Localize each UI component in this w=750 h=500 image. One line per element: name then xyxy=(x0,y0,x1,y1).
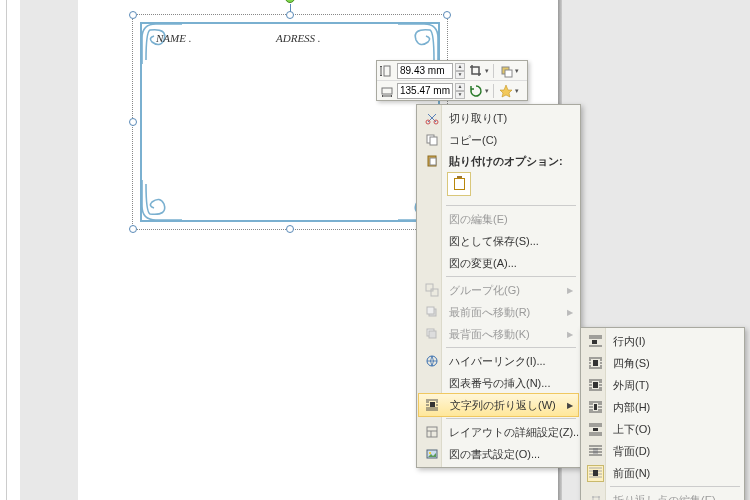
svg-rect-3 xyxy=(382,88,392,94)
svg-rect-16 xyxy=(429,331,436,338)
menu-separator xyxy=(446,276,576,277)
width-spinner[interactable]: ▲▼ xyxy=(455,83,465,99)
frame-shape[interactable]: NAME . ADRESS . xyxy=(140,22,440,222)
menu-cut-label: 切り取り(T) xyxy=(449,111,507,126)
menu-send-back-label: 最背面へ移動(K) xyxy=(449,327,530,342)
svg-rect-24 xyxy=(592,340,597,344)
wrap-topbottom-label: 上下(O) xyxy=(613,422,651,437)
width-input[interactable] xyxy=(397,83,453,99)
submenu-arrow-icon: ▶ xyxy=(567,308,573,317)
menu-hyperlink-label: ハイパーリンク(I)... xyxy=(449,354,546,369)
svg-rect-18 xyxy=(430,402,435,407)
height-input[interactable] xyxy=(397,63,453,79)
bring-forward-button[interactable] xyxy=(497,62,515,80)
wrap-tight-icon xyxy=(587,377,604,394)
rotate-dropdown[interactable]: ▾ xyxy=(485,87,490,95)
wrap-front-icon xyxy=(587,465,604,482)
wrap-topbottom[interactable]: 上下(O) xyxy=(583,418,742,440)
svg-point-23 xyxy=(429,452,431,454)
menu-text-wrap[interactable]: 文字列の折り返し(W) ▶ xyxy=(418,393,579,417)
corner-ornament-bl xyxy=(140,178,184,222)
svg-marker-4 xyxy=(500,85,512,97)
svg-rect-19 xyxy=(427,427,437,437)
menu-change-picture[interactable]: 図の変更(A)... xyxy=(419,252,578,274)
svg-rect-27 xyxy=(594,404,597,410)
svg-point-32 xyxy=(592,496,594,498)
send-back-icon xyxy=(423,326,440,343)
cut-icon xyxy=(423,110,440,127)
menu-copy[interactable]: コピー(C) xyxy=(419,129,578,151)
menu-insert-caption[interactable]: 図表番号の挿入(N)... xyxy=(419,372,578,394)
wrap-topbottom-icon xyxy=(587,421,604,438)
height-icon xyxy=(379,63,395,79)
label-name: NAME . xyxy=(156,32,191,44)
submenu-arrow-icon: ▶ xyxy=(567,330,573,339)
wrap-edit-points-label: 折り返し点の編集(E) xyxy=(613,493,716,501)
wrap-through[interactable]: 内部(H) xyxy=(583,396,742,418)
submenu-arrow-icon: ▶ xyxy=(567,286,573,295)
paste-option-picture[interactable] xyxy=(447,172,471,196)
separator xyxy=(493,84,494,98)
submenu-arrow-icon: ▶ xyxy=(567,401,573,410)
svg-rect-8 xyxy=(430,137,437,145)
paste-icon xyxy=(423,153,440,170)
picture-effects-button[interactable] xyxy=(497,82,515,100)
svg-rect-30 xyxy=(593,470,598,476)
size-mini-toolbar: ▲▼ ▾ ▾ ▲▼ ▾ ▾ xyxy=(376,60,528,101)
crop-button[interactable] xyxy=(467,62,485,80)
svg-rect-14 xyxy=(427,307,434,314)
menu-change-picture-label: 図の変更(A)... xyxy=(449,256,517,271)
wrap-tight[interactable]: 外周(T) xyxy=(583,374,742,396)
wrap-square-icon xyxy=(587,355,604,372)
svg-rect-12 xyxy=(431,289,438,296)
menu-format-picture[interactable]: 図の書式設定(O)... xyxy=(419,443,578,465)
text-wrap-icon xyxy=(423,397,440,414)
picture-effects-dropdown[interactable]: ▾ xyxy=(515,87,520,95)
menu-copy-label: コピー(C) xyxy=(449,133,497,148)
menu-separator xyxy=(446,205,576,206)
context-menu: 切り取り(T) コピー(C) 貼り付けのオプション: 図の編集(E) 図として保… xyxy=(416,104,581,468)
wrap-through-icon xyxy=(587,399,604,416)
bring-forward-dropdown[interactable]: ▾ xyxy=(515,67,520,75)
vertical-ruler xyxy=(0,0,20,500)
wrap-front[interactable]: 前面(N) xyxy=(583,462,742,484)
menu-hyperlink[interactable]: ハイパーリンク(I)... xyxy=(419,350,578,372)
wrap-behind-icon xyxy=(587,443,604,460)
svg-rect-2 xyxy=(505,70,512,77)
menu-layout-detail[interactable]: レイアウトの詳細設定(Z)... xyxy=(419,421,578,443)
wrap-square[interactable]: 四角(S) xyxy=(583,352,742,374)
edit-wrap-points-icon xyxy=(587,492,604,501)
menu-cut[interactable]: 切り取り(T) xyxy=(419,107,578,129)
bring-front-icon xyxy=(423,304,440,321)
rotate-button[interactable] xyxy=(467,82,485,100)
width-icon xyxy=(379,83,395,99)
menu-separator xyxy=(446,418,576,419)
svg-rect-28 xyxy=(593,428,598,431)
menu-paste-options: 貼り付けのオプション: xyxy=(419,151,578,171)
svg-rect-25 xyxy=(593,360,598,366)
menu-bring-front: 最前面へ移動(R) ▶ xyxy=(419,301,578,323)
wrap-edit-points: 折り返し点の編集(E) xyxy=(583,489,742,500)
menu-edit-picture: 図の編集(E) xyxy=(419,208,578,230)
crop-dropdown[interactable]: ▾ xyxy=(485,67,490,75)
text-wrap-submenu: 行内(I) 四角(S) 外周(T) 内部(H) 上下(O) 背面(D) 前面(N… xyxy=(580,327,745,500)
wrap-inline-icon xyxy=(587,333,604,350)
menu-save-as-picture-label: 図として保存(S)... xyxy=(449,234,539,249)
menu-insert-caption-label: 図表番号の挿入(N)... xyxy=(449,376,550,391)
corner-ornament-tl xyxy=(140,22,184,66)
label-address: ADRESS . xyxy=(276,32,321,44)
menu-save-as-picture[interactable]: 図として保存(S)... xyxy=(419,230,578,252)
wrap-behind[interactable]: 背面(D) xyxy=(583,440,742,462)
wrap-front-label: 前面(N) xyxy=(613,466,650,481)
menu-layout-detail-label: レイアウトの詳細設定(Z)... xyxy=(449,425,582,440)
height-spinner[interactable]: ▲▼ xyxy=(455,63,465,79)
wrap-through-label: 内部(H) xyxy=(613,400,650,415)
copy-icon xyxy=(423,132,440,149)
wrap-square-label: 四角(S) xyxy=(613,356,650,371)
clipboard-icon xyxy=(454,178,465,190)
separator xyxy=(493,64,494,78)
menu-group-label: グループ化(G) xyxy=(449,283,520,298)
menu-separator xyxy=(610,486,740,487)
menu-text-wrap-label: 文字列の折り返し(W) xyxy=(450,398,556,413)
wrap-inline[interactable]: 行内(I) xyxy=(583,330,742,352)
